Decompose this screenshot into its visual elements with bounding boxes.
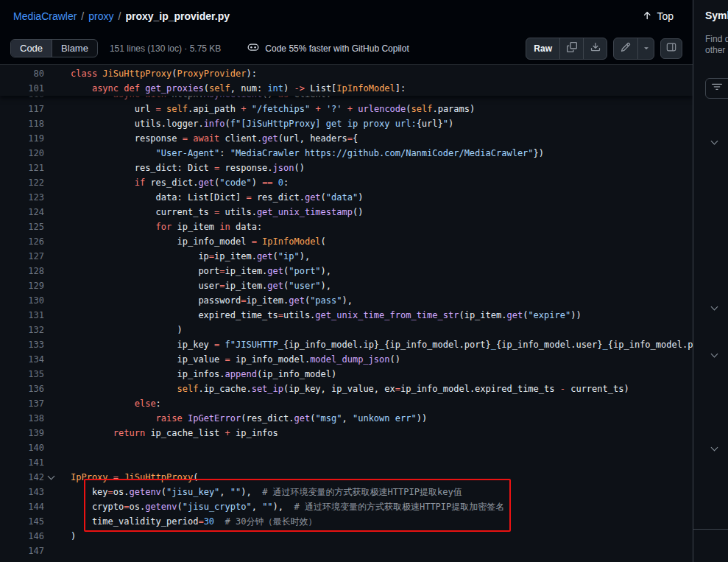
line-number[interactable]: 122 — [0, 175, 44, 190]
code-text: for ip_item in data: — [57, 219, 262, 234]
symbol-expand-icon[interactable] — [708, 136, 720, 148]
copilot-icon — [247, 41, 259, 55]
breadcrumb-folder-link[interactable]: proxy — [88, 10, 113, 22]
file-toolbar: Code Blame 151 lines (130 loc) · 5.75 KB… — [0, 32, 693, 65]
raw-button[interactable]: Raw — [526, 38, 559, 59]
file-header: MediaCrawler / proxy / proxy_ip_provider… — [0, 0, 693, 32]
code-text: url = self.api_path + "/fetchips" + '?' … — [57, 102, 475, 116]
code-text: async def get_proxies(self, num: int) ->… — [57, 81, 406, 96]
symbol-filter-input[interactable] — [705, 78, 728, 99]
code-text: password=ip_item.get("pass"), — [57, 293, 353, 308]
pencil-icon — [621, 42, 631, 55]
fold-gutter — [44, 367, 57, 382]
line-number[interactable]: 144 — [0, 499, 44, 514]
fold-gutter — [44, 323, 57, 337]
code-line: 146) — [0, 529, 693, 544]
line-number[interactable]: 146 — [0, 529, 44, 544]
line-number[interactable]: 140 — [0, 440, 44, 455]
line-number[interactable]: 129 — [0, 278, 44, 293]
code-area: 116 async with httpx.AsyncClient() as cl… — [0, 65, 693, 562]
symbol-expand-icon[interactable] — [708, 349, 720, 361]
code-line: 144 crypto=os.getenv("jisu_crypto", ""),… — [0, 499, 693, 514]
line-number[interactable]: 132 — [0, 323, 44, 337]
fold-gutter — [44, 161, 57, 175]
tab-blame[interactable]: Blame — [52, 40, 97, 57]
line-number[interactable]: 137 — [0, 396, 44, 411]
line-number[interactable]: 118 — [0, 116, 44, 131]
line-number[interactable]: 143 — [0, 485, 44, 499]
line-number[interactable]: 136 — [0, 382, 44, 396]
code-line: 126 ip_info_model = IpInfoModel( — [0, 234, 693, 249]
line-number[interactable]: 123 — [0, 190, 44, 205]
code-text — [57, 455, 71, 470]
symbols-panel-toggle-button[interactable] — [660, 38, 682, 59]
line-number[interactable]: 119 — [0, 131, 44, 146]
line-number[interactable]: 135 — [0, 367, 44, 382]
code-line: 136 self.ip_cache.set_ip(ip_key, ip_valu… — [0, 382, 693, 396]
code-line: 117 url = self.api_path + "/fetchips" + … — [0, 102, 693, 116]
code-line: 131 expired_time_ts=utils.get_unix_time_… — [0, 308, 693, 323]
code-blame-switch: Code Blame — [10, 39, 98, 57]
code-line: 122 if res_dict.get("code") == 0: — [0, 175, 693, 190]
symbols-panel-description: Find definitions and references for func… — [705, 34, 728, 56]
code-text: ip_value = ip_info_model.model_dump_json… — [57, 352, 400, 367]
breadcrumb-repo-link[interactable]: MediaCrawler — [13, 10, 77, 22]
line-number[interactable]: 142 — [0, 470, 44, 485]
fold-gutter — [44, 499, 57, 514]
fold-gutter — [44, 66, 57, 81]
fold-gutter — [44, 308, 57, 323]
line-number[interactable]: 120 — [0, 146, 44, 161]
line-number[interactable]: 139 — [0, 426, 44, 440]
fold-gutter — [44, 352, 57, 367]
chevron-down-icon — [642, 42, 651, 55]
code-text: else: — [57, 396, 161, 411]
fold-toggle-icon[interactable] — [44, 470, 57, 485]
line-number[interactable]: 145 — [0, 514, 44, 529]
fold-gutter — [44, 205, 57, 219]
code-line: 132 ) — [0, 323, 693, 337]
code-text: data: List[Dict] = res_dict.get("data") — [57, 190, 363, 205]
line-number[interactable]: 131 — [0, 308, 44, 323]
line-number[interactable]: 126 — [0, 234, 44, 249]
line-number[interactable]: 117 — [0, 102, 44, 116]
line-number[interactable]: 138 — [0, 411, 44, 426]
line-number[interactable]: 121 — [0, 161, 44, 175]
back-to-top-label: Top — [657, 10, 674, 22]
back-to-top-button[interactable]: Top — [636, 7, 679, 26]
line-number[interactable]: 147 — [0, 544, 44, 558]
line-number[interactable]: 80 — [0, 66, 44, 81]
fold-gutter — [44, 116, 57, 131]
code-line: 140 — [0, 440, 693, 455]
line-number[interactable]: 125 — [0, 219, 44, 234]
symbol-expand-icon[interactable] — [708, 302, 720, 314]
line-number[interactable]: 128 — [0, 264, 44, 278]
code-text: self.ip_cache.set_ip(ip_key, ip_value, e… — [57, 382, 629, 396]
code-text: response = await client.get(url, headers… — [57, 131, 358, 146]
line-number[interactable]: 101 — [0, 81, 44, 96]
fold-gutter — [44, 411, 57, 426]
copy-raw-button[interactable] — [559, 38, 583, 59]
code-line: 119 response = await client.get(url, hea… — [0, 131, 693, 146]
download-raw-button[interactable] — [583, 38, 607, 59]
code-line: 130 password=ip_item.get("pass"), — [0, 293, 693, 308]
tab-code[interactable]: Code — [11, 40, 52, 57]
line-number[interactable]: 134 — [0, 352, 44, 367]
raw-copy-download-group: Raw — [526, 38, 607, 60]
edit-file-button[interactable] — [614, 38, 637, 59]
file-meta: 151 lines (130 loc) · 5.75 KB — [110, 43, 221, 54]
line-number[interactable]: 124 — [0, 205, 44, 219]
line-number[interactable]: 141 — [0, 455, 44, 470]
fold-gutter — [44, 529, 57, 544]
line-number[interactable]: 133 — [0, 337, 44, 352]
line-number[interactable]: 130 — [0, 293, 44, 308]
code-text: ip_infos.append(ip_info_model) — [57, 367, 336, 382]
fold-gutter — [44, 278, 57, 293]
fold-gutter — [44, 234, 57, 249]
code-line: 121 res_dict: Dict = response.json() — [0, 161, 693, 175]
line-number[interactable]: 127 — [0, 249, 44, 264]
fold-gutter — [44, 396, 57, 411]
symbol-expand-icon[interactable] — [708, 443, 720, 454]
code-text: class JiSuHttpProxy(ProxyProvider): — [57, 66, 257, 81]
fold-gutter — [44, 382, 57, 396]
edit-dropdown-button[interactable] — [637, 38, 654, 59]
